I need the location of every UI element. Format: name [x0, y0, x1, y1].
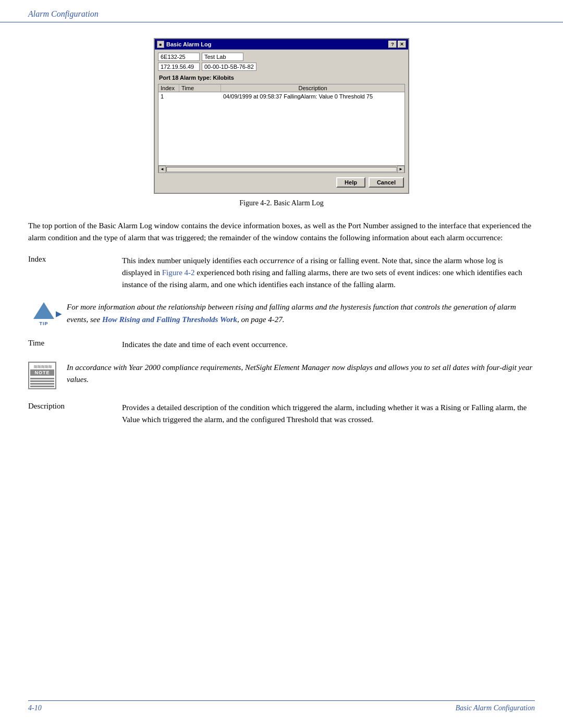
dialog-titlebar-buttons: ? ✕ — [388, 41, 406, 48]
col-header-time: Time — [179, 84, 221, 92]
page-footer: 4-10 Basic Alarm Configuration — [28, 700, 535, 712]
help-button[interactable]: Help — [336, 177, 365, 188]
col-header-desc: Description — [221, 84, 405, 92]
table-body: 1 04/09/1999 at 09:58:37 FallingAlarm: V… — [158, 92, 405, 165]
dialog-titlebar-left: ■ Basic Alarm Log — [157, 41, 211, 48]
def-desc-index: This index number uniquely identifies ea… — [122, 255, 535, 291]
note-label: NOTE — [30, 369, 54, 376]
occurrence-italic: occurrence — [260, 256, 295, 265]
note-line-4 — [30, 386, 54, 387]
def-desc-desc: Provides a detailed description of the c… — [122, 402, 535, 426]
horizontal-scrollbar[interactable]: ◄ ► — [158, 165, 405, 172]
dialog-titlebar: ■ Basic Alarm Log ? ✕ — [155, 39, 408, 50]
dialog-title: Basic Alarm Log — [166, 41, 211, 47]
definition-desc: Description Provides a detailed descript… — [28, 402, 535, 426]
cell-index: 1 — [158, 93, 179, 100]
note-line-1 — [30, 378, 54, 379]
figure-link[interactable]: Figure 4-2 — [162, 268, 195, 277]
dialog-container: ■ Basic Alarm Log ? ✕ 6E132-25 Test Lab … — [28, 38, 535, 194]
def-term-index: Index — [28, 255, 122, 291]
tip-triangle-icon — [33, 302, 54, 319]
page-header: Alarm Configuration — [0, 0, 563, 22]
tip-label: TIP — [39, 321, 48, 326]
cell-time — [179, 93, 221, 100]
table-row: 1 04/09/1999 at 09:58:37 FallingAlarm: V… — [158, 92, 405, 101]
footer-page-number: 4-10 — [28, 704, 42, 712]
mac-address-box: 00-00-1D-5B-76-82 — [202, 63, 256, 71]
ip-address-box: 172.19.56.49 — [158, 63, 200, 71]
note-lines-icon — [30, 378, 54, 387]
note-content: In accordance with Year 2000 compliance … — [67, 362, 535, 386]
cell-desc: 04/09/1999 at 09:58:37 FallingAlarm: Val… — [221, 93, 405, 100]
def-desc-time: Indicates the date and time of each even… — [122, 339, 535, 351]
table-header-row: Index Time Description — [158, 84, 405, 92]
main-content: ■ Basic Alarm Log ? ✕ 6E132-25 Test Lab … — [0, 22, 563, 456]
cancel-button[interactable]: Cancel — [369, 177, 404, 188]
dialog-info-row-2: 172.19.56.49 00-00-1D-5B-76-82 — [158, 63, 405, 71]
tip-text-plain2: , on page 4-27. — [237, 315, 284, 324]
dialog-buttons-row: Help Cancel — [158, 175, 405, 190]
note-line-3 — [30, 383, 54, 385]
tip-box: TIP ▶ For more information about the rel… — [28, 301, 535, 326]
scrollbar-right-button[interactable]: ► — [397, 166, 405, 173]
body-paragraph: The top portion of the Basic Alarm Log w… — [28, 220, 535, 244]
footer-section-title: Basic Alarm Configuration — [456, 704, 535, 712]
alarm-log-table: Index Time Description 1 04/09/1999 at 0… — [158, 84, 405, 173]
note-line-2 — [30, 380, 54, 382]
device-id-box: 6E132-25 — [158, 53, 200, 61]
port-info: Port 18 Alarm type: Kilobits — [158, 72, 405, 84]
scrollbar-left-button[interactable]: ◄ — [158, 166, 166, 173]
dialog-help-button[interactable]: ? — [388, 41, 397, 48]
def-term-time: Time — [28, 339, 122, 351]
tip-arrow-icon: ▶ — [56, 310, 62, 318]
dialog-window: ■ Basic Alarm Log ? ✕ 6E132-25 Test Lab … — [154, 38, 409, 194]
dialog-body: 6E132-25 Test Lab 172.19.56.49 00-00-1D-… — [155, 50, 408, 193]
tip-content: For more information about the relations… — [67, 301, 535, 326]
note-icon-box: ≋≋≋≋≋ NOTE — [28, 362, 56, 389]
device-name-box: Test Lab — [202, 53, 243, 61]
def-term-desc: Description — [28, 402, 122, 426]
dialog-close-button[interactable]: ✕ — [398, 41, 406, 48]
col-header-index: Index — [158, 84, 179, 92]
note-icon: ≋≋≋≋≋ NOTE — [28, 362, 59, 389]
page-title: Alarm Configuration — [28, 9, 535, 22]
figure-caption: Figure 4-2. Basic Alarm Log — [28, 199, 535, 207]
scrollbar-track[interactable] — [166, 167, 397, 172]
definition-time: Time Indicates the date and time of each… — [28, 339, 535, 351]
dialog-info-row-1: 6E132-25 Test Lab — [158, 53, 405, 61]
tip-icon-wrapper: TIP ▶ — [28, 302, 59, 326]
dialog-window-icon: ■ — [157, 41, 164, 48]
tip-link[interactable]: How Rising and Falling Thresholds Work — [102, 315, 237, 324]
definition-index: Index This index number uniquely identif… — [28, 255, 535, 291]
note-squiggles-icon: ≋≋≋≋≋ — [30, 364, 54, 369]
note-box: ≋≋≋≋≋ NOTE In accordance with Year 2000 … — [28, 362, 535, 389]
